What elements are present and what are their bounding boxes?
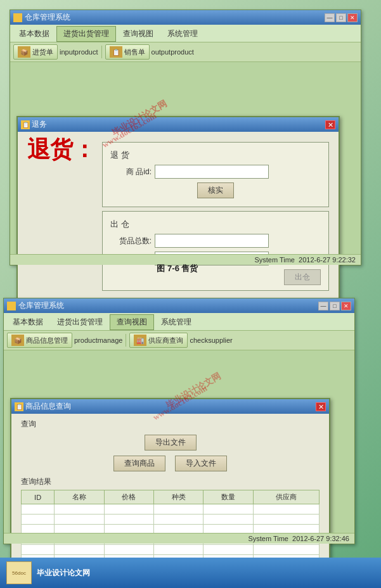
query-btns-row1: 导出文件 (21, 435, 320, 451)
col-id: ID (22, 490, 55, 504)
incoming-icon: 📦 (18, 46, 30, 58)
col-price: 价格 (104, 490, 153, 504)
footer-logo: 56doc (6, 561, 32, 584)
bottom-window-icon (7, 302, 16, 310)
col-type: 种类 (153, 490, 203, 504)
bottom-window-title-area: 仓库管理系统 (7, 300, 64, 311)
query-dialog-title: 商品信息查询 (25, 401, 71, 412)
toolbar-incoming-btn[interactable]: 📦 进货单 (13, 44, 58, 60)
col-name: 名称 (55, 490, 104, 504)
top-menubar: 基本数据 进货出货管理 查询视图 系统管理 (10, 25, 361, 42)
top-window-icon (13, 13, 22, 22)
top-window-controls: — □ ✕ (325, 13, 358, 22)
toolbar-outgoing-label: 销售单 (124, 48, 145, 57)
return-dialog-title-area: 📋 退务 (21, 119, 47, 130)
return-dialog-icon: 📋 (21, 120, 30, 129)
outgoing-icon: 📋 (110, 46, 122, 58)
footer-bar: 56doc 毕业设计论文网 (0, 558, 381, 588)
toolbar-product-mgmt-label: 商品信息管理 (26, 336, 68, 345)
bottom-minimize-btn[interactable]: — (318, 302, 328, 310)
toolbar-outgoing-btn[interactable]: 📋 销售单 (105, 44, 150, 60)
bottom-toolbar: 📦 商品信息管理 productmanage 🏭 供应商查询 checksupp… (4, 331, 354, 350)
top-menu-inout[interactable]: 进货出货管理 (56, 26, 116, 42)
bottom-menu-inout[interactable]: 进货出货管理 (50, 314, 110, 330)
footer-logo-text: 56doc (12, 570, 26, 576)
return-section-title: 退 货 (110, 150, 321, 161)
out-section: 出 仓 货品总数: 删除商品: 出仓 (102, 211, 329, 291)
bottom-menu-system[interactable]: 系统管理 (154, 314, 198, 330)
bottom-window-titlebar: 仓库管理系统 — □ ✕ (4, 298, 354, 313)
query-btns-row2: 查询商品 导入文件 (21, 456, 320, 471)
return-dialog-content: 退货： 退 货 商 品id: 核实 (18, 132, 339, 306)
total-goods-label: 货品总数: (110, 236, 152, 246)
top-menu-base[interactable]: 基本数据 (12, 26, 56, 42)
table-row (22, 514, 320, 525)
out-btn[interactable]: 出仓 (284, 269, 321, 285)
product-id-label: 商 品id: (110, 167, 152, 177)
bottom-window-title: 仓库管理系统 (18, 300, 64, 311)
col-supplier: 供应商 (253, 490, 319, 504)
total-goods-input[interactable] (155, 234, 269, 248)
return-dialog-close[interactable]: ✕ (325, 120, 335, 129)
top-window-titlebar: 仓库管理系统 — □ ✕ (10, 10, 361, 25)
top-window-title-area: 仓库管理系统 (13, 12, 70, 23)
bottom-window-controls: — □ ✕ (318, 302, 351, 310)
top-window: 仓库管理系统 — □ ✕ 基本数据 进货出货管理 查询视图 系统管理 📦 进货单… (10, 10, 361, 265)
verify-btn[interactable]: 核实 (197, 182, 234, 198)
bottom-status-time: 2012-6-27 9:32:46 (292, 535, 349, 542)
return-big-label: 退货： (27, 138, 96, 161)
toolbar-supplier-key: checksupplier (190, 336, 232, 344)
query-section-label: 查询 (21, 419, 320, 430)
top-menu-system[interactable]: 系统管理 (160, 26, 205, 42)
bottom-status-label: System Time (248, 535, 288, 542)
table-row (22, 545, 320, 555)
return-section: 退 货 商 品id: 核实 (102, 142, 329, 207)
return-dialog: 📋 退务 ✕ 退货： 退 货 商 品id: (16, 116, 340, 303)
query-dialog-icon: 📋 (15, 402, 23, 411)
out-section-title: 出 仓 (110, 219, 321, 230)
top-window-title: 仓库管理系统 (25, 12, 70, 23)
toolbar-outgoing-key: outputproduct (152, 48, 194, 56)
return-dialog-titlebar: 📋 退务 ✕ (18, 117, 339, 132)
bottom-close-btn[interactable]: ✕ (341, 302, 351, 310)
query-dialog-close[interactable]: ✕ (316, 402, 326, 411)
total-goods-row: 货品总数: (110, 234, 321, 248)
footer-text: 毕业设计论文网 (37, 568, 90, 578)
toolbar-divider (101, 46, 102, 58)
bottom-menu-query[interactable]: 查询视图 (110, 314, 154, 330)
col-qty: 数量 (203, 490, 253, 504)
query-product-btn[interactable]: 查询商品 (113, 456, 165, 471)
table-row (22, 504, 320, 514)
import-btn[interactable]: 导入文件 (175, 456, 227, 471)
bottom-status-bar: System Time 2012-6-27 9:32:46 (4, 533, 354, 544)
top-close-btn[interactable]: ✕ (347, 13, 358, 22)
top-minimize-btn[interactable]: — (325, 13, 335, 22)
top-status-time: 2012-6-27 9:22:32 (299, 256, 356, 264)
top-toolbar: 📦 进货单 inputproduct 📋 销售单 outputproduct (10, 42, 361, 62)
toolbar-incoming-key: inputproduct (60, 48, 98, 56)
top-maximize-btn[interactable]: □ (336, 13, 346, 22)
toolbar-incoming-label: 进货单 (32, 48, 53, 57)
top-status-label: System Time (254, 256, 295, 264)
result-table-header: ID 名称 价格 种类 数量 供应商 (22, 490, 320, 504)
top-menu-query[interactable]: 查询视图 (116, 26, 160, 42)
bottom-menubar: 基本数据 进货出货管理 查询视图 系统管理 (4, 313, 354, 331)
product-mgmt-icon: 📦 (11, 335, 24, 346)
toolbar-supplier-label: 供应商查询 (148, 336, 183, 345)
product-id-row: 商 品id: (110, 165, 321, 179)
query-dialog-titlebar: 📋 商品信息查询 ✕ (11, 399, 329, 414)
result-title: 查询结果 (21, 476, 320, 487)
toolbar-supplier-btn[interactable]: 🏭 供应商查询 (129, 333, 188, 348)
toolbar-product-key: productmanage (74, 336, 122, 344)
product-id-input[interactable] (155, 165, 269, 179)
toolbar-product-mgmt-btn[interactable]: 📦 商品信息管理 (7, 333, 72, 348)
bottom-maximize-btn[interactable]: □ (330, 302, 340, 310)
bottom-menu-base[interactable]: 基本数据 (6, 314, 50, 330)
return-dialog-title: 退务 (32, 119, 47, 130)
caption: 图 7-6 售货 (114, 263, 241, 274)
bottom-window: 仓库管理系统 — □ ✕ 基本数据 进货出货管理 查询视图 系统管理 📦 商品信… (3, 298, 355, 544)
bottom-toolbar-divider (126, 334, 126, 347)
verify-btn-row: 核实 (110, 182, 321, 198)
export-btn[interactable]: 导出文件 (145, 435, 197, 451)
query-dialog-title-area: 📋 商品信息查询 (15, 401, 71, 412)
